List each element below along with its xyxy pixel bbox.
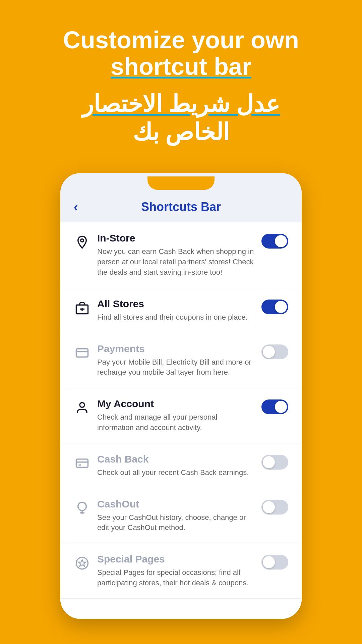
toggle-cashout[interactable]: [261, 500, 288, 515]
arabic-title: عدل شريط الاختصار الخاص بك: [13, 90, 349, 146]
account-icon: [74, 399, 90, 416]
title-line2: shortcut bar: [111, 53, 251, 80]
phone-frame: ‹ Shortcuts Bar In-Store Now you can ear…: [60, 173, 302, 619]
svg-point-6: [80, 402, 84, 407]
toggle-knob-special-pages: [263, 556, 275, 568]
notch-bar: [60, 173, 302, 193]
store-icon: [74, 300, 90, 316]
item-content-payments: Payments Pay your Mobile Bill, Electrici…: [97, 343, 255, 378]
toggle-switch-special-pages[interactable]: [261, 555, 288, 570]
toggle-switch-my-account[interactable]: [261, 399, 288, 414]
item-title-in-store: In-Store: [97, 232, 255, 244]
toggle-switch-payments[interactable]: [261, 344, 288, 359]
toggle-switch-cashout[interactable]: [261, 500, 288, 515]
toggle-my-account[interactable]: [261, 399, 288, 414]
toggle-all-stores[interactable]: [261, 300, 288, 314]
item-content-all-stores: All Stores Find all stores and their cou…: [97, 298, 255, 323]
shortcut-item-cashout: CashOut See your CashOut history, choose…: [60, 488, 302, 544]
toggle-knob-all-stores: [275, 301, 287, 313]
item-content-special-pages: Special Pages Special Pages for special …: [97, 553, 255, 588]
shortcut-item-special-pages: Special Pages Special Pages for special …: [60, 543, 302, 599]
svg-point-0: [81, 239, 84, 242]
item-title-cash-back: Cash Back: [97, 453, 255, 465]
toggle-knob-my-account: [275, 401, 287, 413]
shortcut-item-my-account: My Account Check and manage all your per…: [60, 388, 302, 443]
toggle-cash-back[interactable]: [261, 455, 288, 470]
shortcut-item-all-stores: All Stores Find all stores and their cou…: [60, 288, 302, 333]
item-content-my-account: My Account Check and manage all your per…: [97, 398, 255, 433]
toggle-knob-in-store: [275, 235, 287, 247]
cashout-icon: [74, 500, 90, 517]
item-desc-my-account: Check and manage all your personal infor…: [97, 412, 255, 433]
item-desc-cashout: See your CashOut history, choose, change…: [97, 513, 255, 533]
location-icon: [74, 234, 90, 251]
svg-marker-11: [78, 560, 86, 567]
toggle-special-pages[interactable]: [261, 555, 288, 570]
title-line1: Customize your own: [63, 26, 299, 53]
item-content-in-store: In-Store Now you can earn Cash Back when…: [97, 232, 255, 277]
item-title-my-account: My Account: [97, 398, 255, 410]
item-desc-in-store: Now you can earn Cash Back when shopping…: [97, 247, 255, 277]
item-desc-special-pages: Special Pages for special occasions; fin…: [97, 568, 255, 588]
toggle-knob-cashout: [263, 501, 275, 513]
phone-notch: [147, 176, 215, 190]
main-title: Customize your own shortcut bar: [13, 27, 349, 80]
star-icon: [74, 555, 90, 572]
item-desc-all-stores: Find all stores and their coupons in one…: [97, 312, 255, 323]
item-content-cash-back: Cash Back Check out all your recent Cash…: [97, 453, 255, 478]
svg-rect-4: [76, 348, 88, 357]
toggle-payments[interactable]: [261, 344, 288, 359]
toggle-switch-cash-back[interactable]: [261, 455, 288, 470]
toggle-switch-in-store[interactable]: [261, 234, 288, 249]
item-title-all-stores: All Stores: [97, 298, 255, 310]
payment-icon: [74, 344, 90, 361]
shortcuts-list: In-Store Now you can earn Cash Back when…: [60, 222, 302, 619]
toggle-knob-payments: [263, 346, 275, 358]
item-title-special-pages: Special Pages: [97, 553, 255, 565]
app-header: ‹ Shortcuts Bar: [60, 193, 302, 222]
toggle-switch-all-stores[interactable]: [261, 300, 288, 314]
toggle-knob-cash-back: [263, 456, 275, 468]
bottom-spacer: [60, 599, 302, 619]
svg-rect-7: [76, 459, 88, 468]
back-button[interactable]: ‹: [74, 200, 78, 214]
cashback-icon: [74, 455, 90, 472]
item-title-cashout: CashOut: [97, 498, 255, 510]
shortcut-item-payments: Payments Pay your Mobile Bill, Electrici…: [60, 333, 302, 388]
shortcut-item-in-store: In-Store Now you can earn Cash Back when…: [60, 222, 302, 288]
shortcut-item-cash-back: Cash Back Check out all your recent Cash…: [60, 443, 302, 488]
header-section: Customize your own shortcut bar عدل شريط…: [13, 27, 349, 146]
item-desc-payments: Pay your Mobile Bill, Electricity Bill a…: [97, 357, 255, 378]
item-title-payments: Payments: [97, 343, 255, 355]
app-title: Shortcuts Bar: [141, 200, 221, 214]
arabic-line1: عدل شريط الاختصار: [82, 91, 280, 117]
toggle-in-store[interactable]: [261, 234, 288, 249]
item-desc-cash-back: Check out all your recent Cash Back earn…: [97, 468, 255, 478]
arabic-line2: الخاص بك: [133, 119, 229, 145]
item-content-cashout: CashOut See your CashOut history, choose…: [97, 498, 255, 533]
